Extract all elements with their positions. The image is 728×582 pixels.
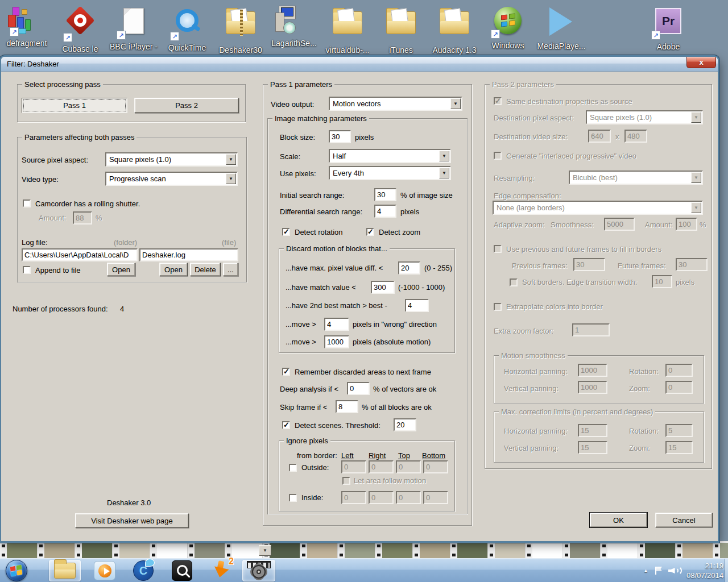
interlaced-label: Generate "interlaced progressive" video (506, 152, 636, 160)
discard-row4-input[interactable] (324, 318, 349, 331)
show-hidden-icons-button[interactable]: ▲ (643, 568, 648, 573)
adaptive-zoom-label: Adaptive zoom: (494, 221, 545, 229)
desktop-icon-bbc-iplayer[interactable]: BBC iPlayer - (107, 5, 160, 51)
taskbar-clock[interactable]: 21:19 08/07/2014 (686, 561, 723, 580)
diff-search-input[interactable] (374, 205, 396, 218)
pass2-button[interactable]: Pass 2 (134, 98, 239, 113)
discard-row3-label: ...have 2nd best match > best - (286, 301, 387, 310)
append-to-file-checkbox[interactable] (23, 266, 31, 274)
cancel-button[interactable]: Cancel (655, 513, 713, 527)
desktop-icon-mediaplayer[interactable]: MediaPlaye... (535, 5, 588, 51)
search-taskbar-button[interactable] (167, 560, 197, 581)
delete-button[interactable]: Delete (190, 263, 221, 276)
group-legend: Select processing pass (22, 80, 103, 89)
virtualdub-taskbar-button[interactable] (242, 560, 275, 581)
download-manager-taskbar-button[interactable]: 2 (206, 560, 235, 581)
deep-analysis-input[interactable] (347, 382, 370, 395)
chevron-down-icon[interactable]: ▼ (439, 168, 449, 178)
motion-zoom-label: Zoom: (629, 384, 650, 393)
dest-size-label: Destination video size: (494, 132, 568, 141)
folder-hint: (folder) (114, 238, 137, 247)
download-badge: 2 (229, 556, 234, 567)
block-size-input[interactable] (329, 130, 351, 143)
same-destination-label: Same destination properties as source (506, 97, 632, 106)
limit-zoom-input (665, 441, 693, 454)
show-desktop-button[interactable] (725, 559, 728, 582)
smoothness-input (604, 218, 635, 231)
action-center-flag-icon[interactable] (654, 566, 663, 575)
explorer-taskbar-button[interactable] (49, 560, 81, 581)
outside-bottom-input (423, 460, 448, 473)
desktop-icon-label: BBC iPlayer - (107, 42, 160, 51)
discard-row2-input[interactable] (371, 281, 395, 294)
volume-icon[interactable] (668, 566, 681, 576)
log-folder-input[interactable] (22, 248, 138, 261)
video-output-dropdown[interactable]: Motion vectors ▼ (329, 97, 462, 111)
open-file-button[interactable]: Open (159, 263, 188, 276)
detect-rotation-label: Detect rotation (295, 228, 343, 236)
source-aspect-dropdown[interactable]: Square pixels (1.0) ▼ (105, 152, 238, 167)
remember-areas-checkbox[interactable] (282, 368, 290, 376)
chevron-down-icon[interactable]: ▼ (226, 173, 236, 184)
chevron-down-icon[interactable]: ▼ (226, 154, 236, 165)
skip-frame-input[interactable] (336, 400, 358, 413)
video-type-label: Video type: (22, 175, 59, 184)
discard-row1-input[interactable] (398, 261, 420, 275)
visit-web-page-button[interactable]: Visit Deshaker web page (75, 513, 189, 528)
cubase-icon (53, 10, 107, 43)
motion-h-input (578, 364, 607, 377)
desktop-icon-deshaker30[interactable]: Deshaker30 (214, 5, 267, 55)
desktop-icon-windows[interactable]: Windows (481, 5, 535, 50)
media-player-taskbar-button[interactable] (90, 560, 119, 581)
desktop-icon-label: Cubase le (53, 44, 107, 53)
desktop-icon-virtualdub[interactable]: virtualdub-... (321, 5, 374, 55)
outside-top-input (396, 460, 421, 473)
open-folder-button[interactable]: Open (107, 263, 135, 276)
limit-v-input (578, 441, 607, 454)
desktop-icon-quicktime[interactable]: QuickTime (160, 5, 214, 52)
quicktime-icon (160, 9, 214, 42)
start-button[interactable] (6, 560, 27, 581)
discard-row3-input[interactable] (405, 299, 429, 312)
skip-frame-label: Skip frame if < (280, 403, 327, 411)
desktop-icon-defragment[interactable]: defragment (0, 5, 53, 48)
detect-scenes-checkbox[interactable] (282, 421, 290, 429)
browse-button[interactable]: ... (223, 263, 238, 276)
discard-row4-hint: pixels in "wrong" direction (353, 320, 437, 329)
use-pixels-dropdown[interactable]: Every 4th ▼ (329, 166, 451, 180)
desktop-icon-cubase[interactable]: Cubase le (53, 5, 107, 53)
video-type-dropdown[interactable]: Progressive scan ▼ (105, 172, 238, 186)
desktop-icon-adobe[interactable]: Pr Adobe (642, 5, 695, 51)
rolling-shutter-checkbox[interactable] (23, 199, 31, 207)
system-tray: ▲ 21:19 08/07/2014 (643, 559, 723, 582)
remember-areas-label: Remember discarded areas to next frame (295, 368, 431, 376)
inside-checkbox[interactable] (289, 494, 297, 502)
dialog-titlebar[interactable]: Filter: Deshaker (1, 57, 718, 72)
desktop-icon-itunes[interactable]: iTunes (374, 5, 428, 55)
initial-search-input[interactable] (374, 188, 396, 201)
source-aspect-label: Source pixel aspect: (22, 156, 88, 164)
future-frames-label: Future frames: (618, 261, 666, 270)
desktop-icon-audacity[interactable]: Audacity 1.3 (428, 5, 481, 55)
discard-row5-input[interactable] (324, 335, 349, 348)
adaptive-amount-unit: % (700, 221, 706, 229)
detect-scenes-label: Detect scenes. Threshold: (295, 421, 380, 430)
browser-taskbar-button[interactable]: C (129, 560, 158, 581)
outside-right-input (369, 460, 394, 473)
desktop-icon-label: Deshaker30 (214, 45, 267, 55)
outside-checkbox[interactable] (289, 464, 297, 472)
detect-scenes-input[interactable] (394, 418, 416, 431)
desktop-icon-lagarith[interactable]: LagarithSe... (267, 5, 321, 48)
detect-rotation-checkbox[interactable] (282, 228, 290, 236)
close-button[interactable]: x (686, 57, 716, 68)
clock-date: 08/07/2014 (686, 571, 723, 580)
scale-dropdown[interactable]: Half ▼ (329, 149, 451, 163)
ok-button[interactable]: OK (590, 513, 647, 527)
pass1-button[interactable]: Pass 1 (22, 98, 127, 113)
outside-left-input (341, 460, 366, 473)
chevron-down-icon[interactable]: ▼ (450, 98, 461, 109)
log-file-input[interactable] (139, 248, 238, 261)
dest-aspect-label: Destination pixel aspect: (494, 114, 574, 122)
detect-zoom-checkbox[interactable] (366, 228, 374, 236)
chevron-down-icon[interactable]: ▼ (439, 151, 449, 161)
